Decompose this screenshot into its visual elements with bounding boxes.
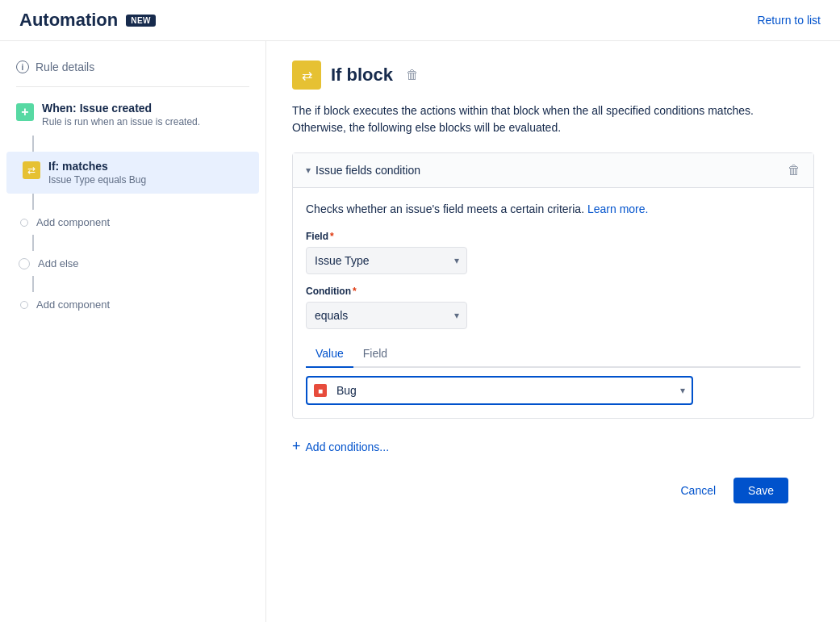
condition-label: Condition * [306, 286, 800, 297]
add-else-label: Add else [38, 257, 79, 269]
learn-more-link[interactable]: Learn more. [587, 202, 648, 215]
field-select[interactable]: Issue Type [306, 247, 467, 274]
save-button[interactable]: Save [733, 478, 788, 503]
new-badge: NEW [126, 15, 156, 27]
add-component-circle-1 [20, 219, 28, 227]
tab-value[interactable]: Value [306, 340, 353, 368]
sidebar-connector-1 [0, 136, 265, 152]
main-layout: i Rule details + When: Issue created Rul… [0, 41, 840, 622]
add-else-row[interactable]: Add else [0, 251, 265, 276]
tab-field[interactable]: Field [353, 340, 397, 368]
condition-group: Condition * equals ▾ [306, 286, 800, 329]
value-field-tabs: Value Field [306, 340, 800, 368]
condition-card-title: Issue fields condition [316, 164, 420, 177]
add-conditions-row[interactable]: + Add conditions... [292, 432, 814, 461]
when-item-subtitle: Rule is run when an issue is created. [42, 116, 200, 127]
sidebar-rule-details[interactable]: i Rule details [0, 54, 265, 80]
field-group: Field * Issue Type ▾ [306, 231, 800, 274]
condition-select[interactable]: equals [306, 302, 467, 329]
block-trash-icon[interactable]: 🗑 [406, 68, 419, 82]
condition-desc-text: Checks whether an issue's field meets a … [306, 202, 584, 215]
sidebar-if-item[interactable]: ⇄ If: matches Issue Type equals Bug [6, 152, 259, 194]
if-item-title: If: matches [48, 160, 146, 173]
app-container: Automation NEW Return to list i Rule det… [0, 0, 840, 622]
if-item-subtitle: Issue Type equals Bug [48, 174, 146, 186]
field-label: Field * [306, 231, 800, 242]
add-component-circle-2 [20, 301, 28, 309]
header-left: Automation NEW [19, 10, 156, 31]
add-component-label-2: Add component [36, 298, 110, 311]
bug-select-wrapper: ■ Bug ▾ [306, 376, 693, 405]
add-component-label-1: Add component [36, 216, 110, 228]
if-item-text: If: matches Issue Type equals Bug [48, 160, 146, 186]
connector-line-4 [32, 276, 34, 292]
sidebar-connector-3 [0, 235, 265, 251]
connector-line-1 [32, 136, 34, 152]
condition-description: Checks whether an issue's field meets a … [306, 201, 800, 218]
condition-card-body: Checks whether an issue's field meets a … [293, 188, 813, 418]
when-icon: + [16, 103, 34, 121]
add-else-circle [19, 258, 30, 269]
footer: Cancel Save [292, 461, 814, 520]
block-icon: ⇄ [292, 61, 321, 90]
when-item-text: When: Issue created Rule is run when an … [42, 102, 200, 127]
block-icon-symbol: ⇄ [302, 68, 312, 83]
sidebar-divider [16, 86, 249, 87]
add-component-row-1[interactable]: Add component [0, 210, 265, 235]
field-required-star: * [330, 231, 334, 242]
when-item-title: When: Issue created [42, 102, 200, 115]
block-header: ⇄ If block 🗑 [292, 61, 814, 90]
content-area: ⇄ If block 🗑 The if block executes the a… [266, 41, 840, 622]
connector-line-2 [32, 194, 34, 210]
condition-required-star: * [353, 286, 357, 297]
if-icon: ⇄ [23, 161, 40, 179]
sidebar: i Rule details + When: Issue created Rul… [0, 41, 266, 622]
if-symbol-icon: ⇄ [27, 165, 36, 176]
sidebar-when-item[interactable]: + When: Issue created Rule is run when a… [0, 94, 265, 136]
connector-line-3 [32, 235, 34, 251]
bug-value-select[interactable]: Bug [306, 376, 693, 405]
rule-details-label: Rule details [36, 61, 94, 73]
condition-card-header-left: ▾ Issue fields condition [306, 164, 420, 177]
block-title: If block [331, 65, 393, 86]
cancel-button[interactable]: Cancel [671, 478, 725, 503]
condition-select-wrapper: equals ▾ [306, 302, 467, 329]
header: Automation NEW Return to list [0, 0, 840, 41]
when-plus-icon: + [21, 106, 28, 119]
add-conditions-label: Add conditions... [306, 440, 390, 453]
app-title: Automation [19, 10, 118, 31]
sidebar-connector-2 [0, 194, 265, 210]
add-conditions-plus-icon: + [292, 438, 301, 455]
condition-card-trash-icon[interactable]: 🗑 [788, 163, 800, 177]
condition-chevron-icon[interactable]: ▾ [306, 165, 311, 176]
field-select-wrapper: Issue Type ▾ [306, 247, 467, 274]
return-to-list-link[interactable]: Return to list [757, 14, 821, 27]
info-icon: i [16, 61, 29, 73]
condition-card: ▾ Issue fields condition 🗑 Checks whethe… [292, 152, 814, 419]
condition-card-header: ▾ Issue fields condition 🗑 [293, 153, 813, 188]
block-description: The if block executes the actions within… [292, 102, 814, 136]
sidebar-connector-4 [0, 276, 265, 292]
add-component-row-2[interactable]: Add component [0, 292, 265, 317]
